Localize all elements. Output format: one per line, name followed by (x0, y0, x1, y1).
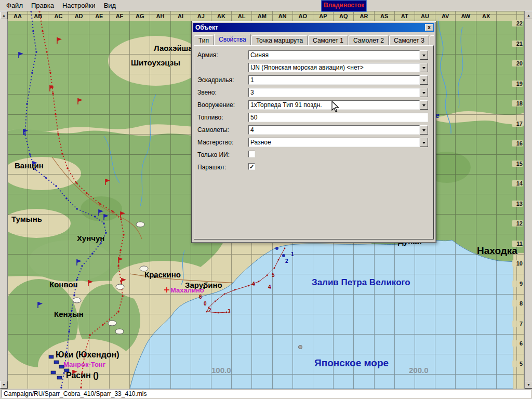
scroll-down-icon[interactable]: ▼ (0, 381, 8, 389)
flight-dropdown-row: Звено:3 (195, 88, 432, 98)
label-kraskino: Краскино (144, 270, 181, 279)
dialog-titlebar[interactable]: Объект x (193, 23, 434, 32)
parachute-checkbox[interactable]: ✓ (248, 163, 255, 170)
grid-col-AA: AA (12, 13, 23, 19)
tab-3[interactable]: Самолет 1 (308, 35, 348, 45)
grid-col-AH: AH (155, 13, 165, 19)
grid-col-AJ: AJ (196, 13, 206, 19)
grid-row-20: 20 (512, 60, 523, 66)
aircraft-count-dropdown-value[interactable]: 4 (248, 125, 420, 135)
tab-6[interactable]: Самолет (430, 35, 434, 45)
menu-item-3[interactable]: Вид (100, 1, 121, 10)
fuel-input-row: Топливо:50 (195, 113, 432, 123)
menu-item-0[interactable]: Файл (2, 1, 27, 10)
grid-col-AX: AX (481, 13, 491, 19)
parachute-checkbox-row: Парашют:✓ (195, 163, 432, 173)
army-dropdown-arrow-icon[interactable] (420, 50, 428, 60)
label-japan-sea: Японское море (314, 357, 389, 369)
waypoint-4: 4 (252, 281, 255, 287)
air-unit-dropdown-value[interactable]: IJN (Японская морская авиация) <нет> (248, 63, 420, 72)
close-icon[interactable]: x (425, 24, 433, 31)
grid-column-headers: AAABACADAEAFAGAHAIAJAKALAMANAOAPAQARASAT… (8, 13, 524, 20)
label-peter-gulf: Залив Петра Великого (312, 277, 410, 288)
grid-row-18: 18 (512, 100, 523, 107)
status-bar: Campaign/RU/Sparr_Cobra_410/Sparr_33_410… (0, 389, 532, 399)
fuel-input[interactable]: 50 (248, 113, 428, 122)
grid-col-AB: AB (33, 13, 43, 19)
fuel-input-label: Топливо: (197, 114, 223, 121)
skill-dropdown-row: Мастерство:Разное (195, 138, 432, 148)
scroll-down-icon[interactable]: ▼ (525, 381, 532, 389)
flight-dropdown-value[interactable]: 3 (248, 88, 420, 97)
label-tumyn: Тумынь (11, 215, 42, 223)
grid-row-16: 16 (512, 140, 523, 147)
flight-dropdown-label: Звено: (197, 89, 217, 96)
mouse-cursor (331, 101, 342, 113)
grid-col-AI: AI (176, 13, 186, 19)
squadron-dropdown-value[interactable]: 1 (248, 75, 420, 85)
label-rasin: Расин () (66, 371, 99, 380)
scroll-up-icon[interactable]: ▲ (0, 11, 8, 19)
selected-city-label: Владивосток (321, 0, 367, 12)
grid-col-AG: AG (135, 13, 145, 19)
waypoint-2: 2 (285, 258, 288, 264)
grid-col-AR: AR (358, 13, 369, 19)
grid-row-13: 13 (512, 201, 523, 207)
waypoint-6: 6 (199, 294, 202, 300)
dialog-tabs: ТипСвойстваТочка маршрутаСамолет 1Самоле… (194, 34, 434, 45)
army-dropdown[interactable]: Синяя (248, 50, 428, 60)
tab-1[interactable]: Свойства (214, 34, 251, 45)
waypoint-5: 5 (272, 272, 275, 278)
squadron-dropdown[interactable]: 1 (248, 75, 428, 85)
grid-row-10: 10 (512, 260, 523, 267)
ai-only-checkbox[interactable] (248, 151, 255, 157)
flight-dropdown[interactable]: 3 (248, 88, 428, 97)
grid-row-9: 9 (512, 281, 523, 287)
waypoint-0: 0 (204, 301, 207, 307)
object-dialog: Объект x ТипСвойстваТочка маршрутаСамоле… (191, 21, 436, 243)
flight-dropdown-arrow-icon[interactable] (420, 88, 428, 97)
label-hunchun: Хунчун (77, 234, 104, 243)
grid-col-AU: AU (420, 13, 430, 19)
waypoint-1: 1 (291, 251, 294, 257)
grid-col-AF: AF (114, 13, 125, 19)
skill-dropdown-value[interactable]: Разное (248, 138, 420, 147)
grid-col-AL: AL (236, 13, 247, 19)
skill-dropdown-arrow-icon[interactable] (420, 138, 428, 147)
left-scrollbar[interactable]: ▲ ▼ (0, 11, 8, 389)
squadron-dropdown-row: Эскадрилья:1 (195, 75, 432, 86)
aircraft-count-dropdown[interactable]: 4 (248, 125, 428, 135)
tab-5[interactable]: Самолет 3 (389, 35, 429, 45)
menu-item-2[interactable]: Настройки (58, 1, 100, 10)
grid-row-5: 5 (512, 361, 523, 367)
label-nakhodka: Находка (477, 245, 517, 257)
menu-item-1[interactable]: Правка (27, 1, 58, 10)
aircraft-count-dropdown-arrow-icon[interactable] (420, 125, 428, 135)
grid-col-AM: AM (257, 13, 267, 19)
scroll-up-icon[interactable]: ▲ (525, 11, 532, 19)
grid-row-headers: 2221201918171615141312111098765 (512, 11, 523, 389)
armament-dropdown-arrow-icon[interactable] (420, 100, 428, 110)
waypoint-2r: 2 (208, 308, 211, 313)
skill-dropdown-label: Мастерство: (197, 139, 233, 146)
army-dropdown-label: Армия: (197, 51, 218, 59)
parachute-checkbox-label: Парашют: (197, 164, 227, 171)
dialog-panel: Армия:СиняяIJN (Японская морская авиация… (194, 45, 434, 240)
skill-dropdown[interactable]: Разное (248, 138, 428, 147)
ai-only-checkbox-label: Только ИИ: (197, 151, 230, 158)
grid-col-AO: AO (298, 13, 308, 19)
grid-row-14: 14 (512, 180, 523, 187)
squadron-dropdown-arrow-icon[interactable] (420, 75, 428, 85)
tab-4[interactable]: Самолет 2 (349, 35, 389, 45)
tab-0[interactable]: Тип (194, 35, 214, 45)
grid-row-22: 22 (512, 20, 523, 26)
air-unit-dropdown[interactable]: IJN (Японская морская авиация) <нет> (248, 63, 428, 72)
grid-col-AW: AW (460, 13, 471, 19)
army-dropdown-value[interactable]: Синяя (248, 50, 420, 60)
grid-row-17: 17 (512, 121, 523, 127)
tab-2[interactable]: Точка маршрута (251, 35, 308, 45)
air-unit-dropdown-arrow-icon[interactable] (420, 63, 428, 72)
grid-col-AP: AP (318, 13, 328, 19)
label-yuki: Юки (Юхендон) (56, 350, 119, 360)
right-scrollbar[interactable]: ▲ ▼ (524, 11, 532, 389)
